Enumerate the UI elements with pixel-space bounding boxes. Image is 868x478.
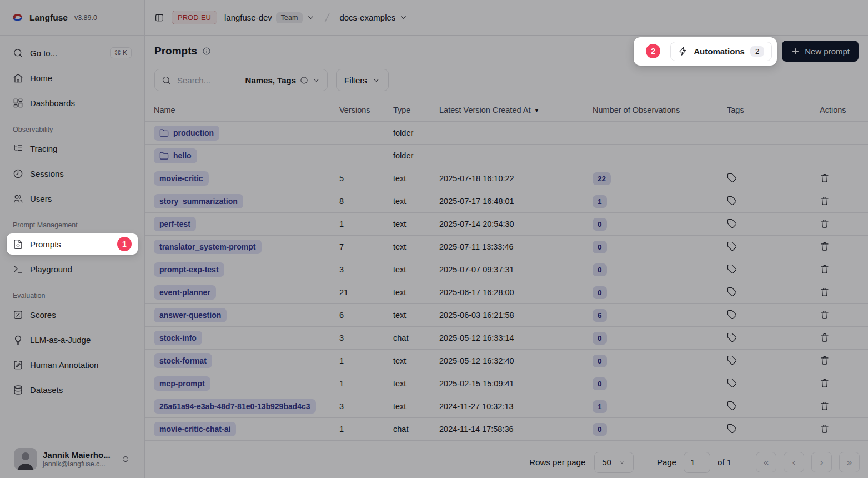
delete-icon[interactable] <box>820 424 830 434</box>
section-title-evaluation: Evaluation <box>13 292 138 300</box>
delete-icon[interactable] <box>820 310 830 320</box>
type-cell: folder <box>393 151 439 160</box>
tag-icon[interactable] <box>727 287 737 297</box>
sidebar-item-playground[interactable]: Playground <box>7 258 138 280</box>
versions-cell: 1 <box>339 379 393 388</box>
delete-icon[interactable] <box>820 196 830 206</box>
next-page-button[interactable]: › <box>811 452 832 472</box>
user-menu[interactable]: Jannik Maierho... jannik@langfuse.c... <box>7 441 138 478</box>
prompt-name-badge[interactable]: translator_system-prompt <box>154 240 262 254</box>
delete-icon[interactable] <box>820 264 830 274</box>
new-prompt-button[interactable]: New prompt <box>782 41 859 62</box>
delete-icon[interactable] <box>820 355 830 365</box>
prev-page-button[interactable]: ‹ <box>784 452 804 472</box>
observations-badge: 1 <box>593 400 607 413</box>
home-icon <box>13 73 23 83</box>
prompt-name-badge[interactable]: prompt-exp-test <box>154 262 224 277</box>
col-header-name: Name <box>154 106 339 114</box>
tag-icon[interactable] <box>727 424 737 434</box>
table-row[interactable]: stock-format 1 text 2025-05-12 16:32:40 … <box>145 350 868 372</box>
tag-icon[interactable] <box>727 173 737 183</box>
page-size-select[interactable]: 50 <box>594 452 634 473</box>
prompt-name-badge[interactable]: movie-critic <box>154 171 209 186</box>
versions-cell: 21 <box>339 288 393 297</box>
col-header-versions: Versions <box>339 106 393 114</box>
page-header: Prompts 2 Automations 2 New prompt <box>145 36 868 67</box>
filters-button[interactable]: Filters <box>336 69 389 91</box>
sidebar-toggle-icon[interactable] <box>154 13 164 23</box>
table-row[interactable]: perf-test 1 text 2025-07-14 20:54:30 0 <box>145 213 868 236</box>
brand-row[interactable]: Langfuse v3.89.0 <box>0 0 144 36</box>
first-page-button[interactable]: « <box>756 452 776 472</box>
tag-icon[interactable] <box>727 378 737 388</box>
org-selector[interactable]: langfuse-dev Team <box>224 12 315 23</box>
environment-badge[interactable]: PROD-EU <box>172 11 217 24</box>
sidebar-item-human-annotation[interactable]: Human Annotation <box>7 354 138 375</box>
project-selector[interactable]: docs-examples <box>339 13 408 22</box>
table-row[interactable]: prompt-exp-test 3 text 2025-07-07 09:37:… <box>145 258 868 281</box>
versions-cell: 1 <box>339 356 393 365</box>
folder-name-badge[interactable]: production <box>154 126 219 141</box>
tag-icon[interactable] <box>727 332 737 342</box>
table-row[interactable]: movie-critic 5 text 2025-07-18 16:10:22 … <box>145 167 868 190</box>
info-icon[interactable] <box>202 47 211 56</box>
prompt-name-badge[interactable]: stock-info <box>154 331 202 345</box>
tag-icon[interactable] <box>727 218 737 228</box>
page-label: Page <box>657 457 676 467</box>
prompt-name-badge[interactable]: perf-test <box>154 217 196 231</box>
sidebar-item-home[interactable]: Home <box>7 67 138 88</box>
table-row[interactable]: answer-question 6 text 2025-06-03 16:21:… <box>145 304 868 327</box>
tag-icon[interactable] <box>727 241 737 251</box>
table-row[interactable]: event-planner 21 text 2025-06-17 16:28:0… <box>145 281 868 304</box>
prompt-file-icon <box>13 239 23 250</box>
table-row[interactable]: stock-info 3 chat 2025-05-12 16:33:14 0 <box>145 327 868 350</box>
created-cell: 2025-05-12 16:32:40 <box>439 356 593 365</box>
sidebar-item-prompts[interactable]: Prompts 1 <box>7 233 138 255</box>
sidebar-item-datasets[interactable]: Datasets <box>7 379 138 400</box>
prompt-name-badge[interactable]: 26a61a94-e3ab-48d7-81e0-13b929bad4c3 <box>154 399 316 414</box>
sidebar-item-sessions[interactable]: Sessions <box>7 163 138 184</box>
automations-button[interactable]: Automations 2 <box>670 42 772 61</box>
table-row[interactable]: 26a61a94-e3ab-48d7-81e0-13b929bad4c3 3 t… <box>145 395 868 418</box>
tag-icon[interactable] <box>727 401 737 411</box>
observations-badge: 0 <box>593 218 607 231</box>
sidebar-item-goto[interactable]: Go to... ⌘ K <box>7 42 138 63</box>
delete-icon[interactable] <box>820 218 830 228</box>
table-row[interactable]: mcp-prompt 1 text 2025-02-15 15:09:41 0 <box>145 372 868 395</box>
last-page-button[interactable]: » <box>839 452 860 472</box>
type-cell: chat <box>393 425 439 434</box>
tag-icon[interactable] <box>727 196 737 206</box>
delete-icon[interactable] <box>820 241 830 251</box>
delete-icon[interactable] <box>820 401 830 411</box>
folder-name-badge[interactable]: hello <box>154 148 197 163</box>
table-row[interactable]: movie-critic-chat-ai 1 chat 2024-11-14 1… <box>145 418 868 441</box>
delete-icon[interactable] <box>820 378 830 388</box>
sidebar-item-scores[interactable]: Scores <box>7 304 138 325</box>
tag-icon[interactable] <box>727 355 737 365</box>
prompt-name-badge[interactable]: stock-format <box>154 353 212 368</box>
tag-icon[interactable] <box>727 264 737 274</box>
delete-icon[interactable] <box>820 332 830 342</box>
delete-icon[interactable] <box>820 287 830 297</box>
sidebar-item-dashboards[interactable]: Dashboards <box>7 92 138 113</box>
sidebar-item-llm-judge[interactable]: LLM-as-a-Judge <box>7 329 138 350</box>
section-title-observability: Observability <box>13 126 138 133</box>
prompt-name-badge[interactable]: movie-critic-chat-ai <box>154 422 236 436</box>
sidebar-item-users[interactable]: Users <box>7 188 138 209</box>
table-row[interactable]: story_summarization 8 text 2025-07-17 16… <box>145 190 868 213</box>
prompt-name-badge[interactable]: mcp-prompt <box>154 376 210 391</box>
table-row[interactable]: hello folder <box>145 145 868 167</box>
table-row[interactable]: translator_system-prompt 7 text 2025-07-… <box>145 236 868 258</box>
search-input[interactable] <box>176 75 240 86</box>
created-cell: 2025-02-15 15:09:41 <box>439 379 593 388</box>
prompt-name-badge[interactable]: story_summarization <box>154 194 243 208</box>
table-row[interactable]: production folder <box>145 122 868 145</box>
prompt-name-badge[interactable]: event-planner <box>154 285 216 300</box>
sidebar-item-tracing[interactable]: Tracing <box>7 138 138 159</box>
prompt-name-badge[interactable]: answer-question <box>154 308 227 322</box>
tag-icon[interactable] <box>727 310 737 320</box>
search-scope-dropdown[interactable]: Names, Tags <box>245 76 320 85</box>
col-header-created[interactable]: Latest Version Created At▼ <box>439 106 593 114</box>
page-number-input[interactable] <box>684 452 710 473</box>
delete-icon[interactable] <box>820 173 830 183</box>
